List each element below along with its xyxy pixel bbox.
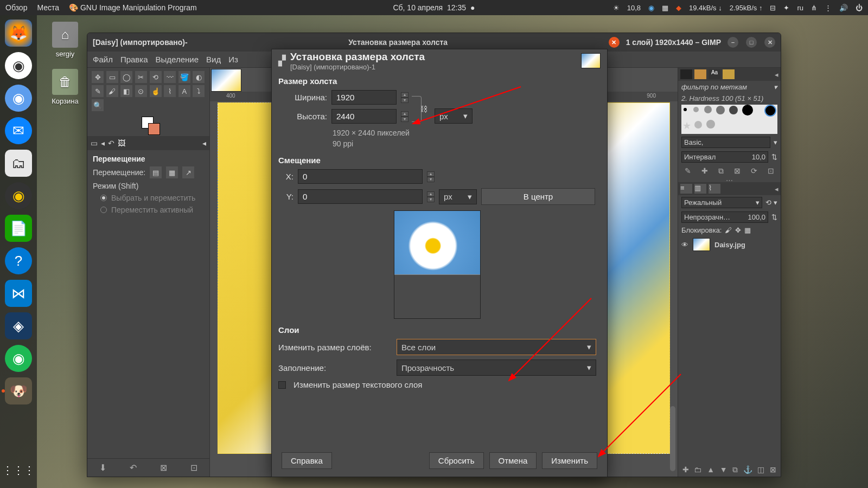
brush-filter[interactable]: фильтр по меткам▾ [678,81,781,93]
fill-select[interactable]: Прозрачность▾ [397,359,596,376]
duplicate-layer-icon[interactable]: ⧉ [732,465,738,474]
dock-menu-icon[interactable]: ◂ [775,70,778,79]
close-button[interactable]: ✕ [764,37,775,48]
minimize-button[interactable]: – [727,37,738,48]
x-input[interactable]: 0 [298,169,423,184]
chain-link-icon[interactable]: ⛓ [420,105,427,113]
tool-crop[interactable]: ✂ [135,71,147,83]
move-mode-path[interactable]: ↗ [182,166,194,178]
volume-icon[interactable]: 🔊 [839,4,848,12]
reset-preset-icon[interactable]: ⊡ [190,463,197,473]
merge-layer-icon[interactable]: ⚓ [743,465,752,474]
image-thumbnail-tab[interactable] [211,69,241,92]
help-button[interactable]: Справка [282,452,332,469]
language-indicator[interactable]: ru [797,4,803,12]
accessibility-icon[interactable]: ✦ [783,4,789,12]
menu-image[interactable]: Из [228,55,238,64]
visibility-icon[interactable]: 👁 [681,241,688,249]
tool-path[interactable]: ⌇ [164,85,176,97]
height-input[interactable]: 2440 [331,109,397,124]
offset-unit-select[interactable]: px▾ [439,189,477,204]
tool-move[interactable]: ✥ [92,71,104,83]
tab-device-icon[interactable]: ◂ [101,139,105,147]
tab-channels-icon[interactable]: ▥ [694,184,706,194]
dock-chrome[interactable]: ◉ [5,52,32,79]
tool-free-select[interactable]: ◯ [120,71,132,83]
dock-firefox[interactable]: 🦊 [5,20,32,47]
tab-layers-icon[interactable]: ≡ [680,184,692,194]
menu-file[interactable]: Файл [93,55,113,64]
dock-thunderbird[interactable]: ✉ [5,117,32,144]
restore-preset-icon[interactable]: ↶ [130,463,137,473]
desktop-trash-icon[interactable]: 🗑 Корзина [43,69,87,105]
layer-group-icon[interactable]: 🗀 [694,465,701,474]
move-mode-selection[interactable]: ▦ [166,166,178,178]
bluetooth-icon[interactable]: ⋮ [825,4,832,12]
dock-vscode[interactable]: ⋈ [5,280,32,307]
unit-select[interactable]: px▾ [435,108,473,124]
tool-pencil[interactable]: ✎ [92,85,104,97]
tool-rect-select[interactable]: ▭ [106,71,118,83]
refresh-brush-icon[interactable]: ⟳ [751,166,757,176]
brush-grid[interactable]: ★ [681,105,777,134]
tool-text[interactable]: A [178,85,190,97]
dock-rhythmbox[interactable]: ◉ [5,182,32,209]
dock-chromium[interactable]: ◉ [5,85,32,112]
delete-layer-icon[interactable]: ⊠ [770,465,776,474]
dock-help[interactable]: ? [5,247,32,274]
mode-switch-icon[interactable]: ⟲ ▾ [765,198,777,207]
y-input[interactable]: 0 [298,189,423,204]
resize-text-checkbox[interactable] [278,381,286,389]
mask-layer-icon[interactable]: ◫ [757,465,764,474]
width-input[interactable]: 1920 [331,90,397,105]
move-mode-layer[interactable]: ▤ [150,166,162,178]
menu-select[interactable]: Выделение [156,55,199,64]
new-brush-icon[interactable]: ✚ [701,166,708,176]
height-spinner[interactable]: ▴▾ [401,111,409,122]
indicator-cube-icon[interactable]: ◆ [676,4,681,12]
background-color[interactable] [148,123,160,135]
spinner-icon[interactable]: ⇅ [771,153,777,161]
vertical-scrollbar[interactable] [670,406,675,471]
indicator-icon[interactable]: ▦ [662,4,668,12]
offset-preview[interactable] [394,210,481,319]
tool-clone[interactable]: ⊙ [135,85,147,97]
tab-undo-icon[interactable]: ↶ [108,139,114,147]
tray-icon[interactable]: ⊟ [770,4,776,12]
tab-tool-options-icon[interactable]: ▭ [91,139,98,147]
desktop-home-icon[interactable]: ⌂ sergiy [43,22,87,58]
tab-patterns-icon[interactable] [694,69,706,79]
dock-show-apps[interactable]: ⋮⋮⋮ [5,457,32,484]
tool-bucket[interactable]: 🪣 [178,71,190,83]
dock-writer[interactable]: 📄 [5,215,32,242]
brush-preset-select[interactable]: Basic, [681,137,770,148]
tab-menu-icon[interactable]: ◂ [202,139,206,147]
tool-rotate[interactable]: ⟲ [150,71,162,83]
center-button[interactable]: В центр [481,188,595,205]
raise-layer-icon[interactable]: ▲ [707,465,714,474]
tool-smudge[interactable]: ☝ [150,85,162,97]
lower-layer-icon[interactable]: ▼ [720,465,727,474]
layer-item[interactable]: 👁 Daisy.jpg [678,236,781,253]
tool-gradient[interactable]: ◐ [193,71,205,83]
spinner-icon[interactable]: ⇅ [771,213,777,221]
brush-spacing-input[interactable]: Интервал10,0 [681,151,768,163]
duplicate-brush-icon[interactable]: ⧉ [718,166,724,176]
radio-pick-layer[interactable] [100,195,107,201]
tab-history-icon[interactable] [723,69,735,79]
cancel-button[interactable]: Отмена [489,452,537,469]
indicator-icon[interactable]: ◉ [648,4,654,12]
tab-images-icon[interactable]: 🖼 [118,139,125,147]
layer-name[interactable]: Daisy.jpg [714,241,745,249]
lock-pixels-icon[interactable]: 🖌 [725,226,732,234]
reset-button[interactable]: Сбросить [429,452,484,469]
delete-brush-icon[interactable]: ⊠ [734,166,741,176]
tab-fonts-icon[interactable]: Aa [709,69,720,79]
y-spinner[interactable]: ▴▾ [427,191,435,202]
lock-position-icon[interactable]: ✥ [735,226,741,234]
width-spinner[interactable]: ▴▾ [401,92,409,103]
dock-virtualbox[interactable]: ◈ [5,312,32,339]
power-icon[interactable]: ⏻ [856,4,863,12]
places-menu[interactable]: Места [37,3,59,12]
preview-image[interactable] [394,211,480,275]
